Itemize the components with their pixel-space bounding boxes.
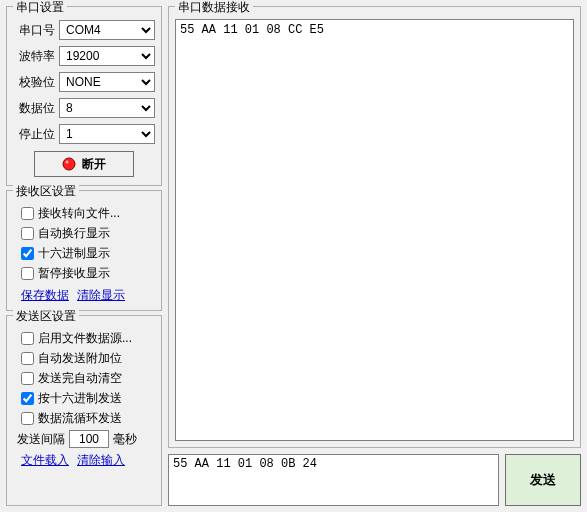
databits-select[interactable]: 8 bbox=[59, 98, 155, 118]
clear-input-link[interactable]: 清除输入 bbox=[77, 452, 125, 469]
file-source-label: 启用文件数据源... bbox=[38, 330, 132, 347]
send-button[interactable]: 发送 bbox=[505, 454, 581, 506]
send-settings-group: 发送区设置 启用文件数据源... 自动发送附加位 发送完自动清空 按十六进制发送… bbox=[6, 315, 162, 506]
auto-append-checkbox[interactable] bbox=[21, 352, 34, 365]
right-panel: 串口数据接收 发送 bbox=[168, 6, 581, 506]
auto-append-row[interactable]: 自动发送附加位 bbox=[21, 348, 155, 368]
baud-label: 波特率 bbox=[13, 48, 55, 65]
send-row: 发送 bbox=[168, 454, 581, 506]
auto-wrap-row[interactable]: 自动换行显示 bbox=[21, 223, 155, 243]
clear-after-label: 发送完自动清空 bbox=[38, 370, 122, 387]
save-data-link[interactable]: 保存数据 bbox=[21, 287, 69, 304]
recv-to-file-label: 接收转向文件... bbox=[38, 205, 120, 222]
interval-input[interactable] bbox=[69, 430, 109, 448]
recv-settings-group: 接收区设置 接收转向文件... 自动换行显示 十六进制显示 暂停接收显示 保存数… bbox=[6, 190, 162, 311]
svg-point-0 bbox=[63, 158, 75, 170]
recv-textarea[interactable] bbox=[175, 19, 574, 441]
led-icon bbox=[62, 157, 76, 171]
port-label: 串口号 bbox=[13, 22, 55, 39]
recv-settings-title: 接收区设置 bbox=[13, 183, 79, 200]
disconnect-button[interactable]: 断开 bbox=[34, 151, 134, 177]
pause-recv-row[interactable]: 暂停接收显示 bbox=[21, 263, 155, 283]
load-file-link[interactable]: 文件载入 bbox=[21, 452, 69, 469]
recv-to-file-row[interactable]: 接收转向文件... bbox=[21, 203, 155, 223]
send-input[interactable] bbox=[168, 454, 499, 506]
hex-send-label: 按十六进制发送 bbox=[38, 390, 122, 407]
file-source-checkbox[interactable] bbox=[21, 332, 34, 345]
auto-wrap-checkbox[interactable] bbox=[21, 227, 34, 240]
hex-display-label: 十六进制显示 bbox=[38, 245, 110, 262]
baud-select[interactable]: 19200 bbox=[59, 46, 155, 66]
databits-label: 数据位 bbox=[13, 100, 55, 117]
app-window: 串口设置 串口号 COM4 波特率 19200 校验位 NONE 数 bbox=[0, 0, 587, 512]
recv-data-group: 串口数据接收 bbox=[168, 6, 581, 448]
interval-suffix: 毫秒 bbox=[113, 431, 137, 448]
disconnect-label: 断开 bbox=[82, 156, 106, 173]
auto-wrap-label: 自动换行显示 bbox=[38, 225, 110, 242]
send-settings-title: 发送区设置 bbox=[13, 308, 79, 325]
loop-send-row[interactable]: 数据流循环发送 bbox=[21, 408, 155, 428]
parity-label: 校验位 bbox=[13, 74, 55, 91]
recv-data-title: 串口数据接收 bbox=[175, 0, 253, 16]
clear-after-row[interactable]: 发送完自动清空 bbox=[21, 368, 155, 388]
loop-send-checkbox[interactable] bbox=[21, 412, 34, 425]
file-source-row[interactable]: 启用文件数据源... bbox=[21, 328, 155, 348]
serial-settings-group: 串口设置 串口号 COM4 波特率 19200 校验位 NONE 数 bbox=[6, 6, 162, 186]
auto-append-label: 自动发送附加位 bbox=[38, 350, 122, 367]
clear-after-checkbox[interactable] bbox=[21, 372, 34, 385]
interval-prefix: 发送间隔 bbox=[17, 431, 65, 448]
hex-send-row[interactable]: 按十六进制发送 bbox=[21, 388, 155, 408]
pause-recv-checkbox[interactable] bbox=[21, 267, 34, 280]
serial-settings-title: 串口设置 bbox=[13, 0, 67, 16]
svg-point-1 bbox=[66, 161, 69, 164]
recv-to-file-checkbox[interactable] bbox=[21, 207, 34, 220]
hex-display-checkbox[interactable] bbox=[21, 247, 34, 260]
clear-display-link[interactable]: 清除显示 bbox=[77, 287, 125, 304]
left-panel: 串口设置 串口号 COM4 波特率 19200 校验位 NONE 数 bbox=[6, 6, 162, 506]
parity-select[interactable]: NONE bbox=[59, 72, 155, 92]
stopbits-label: 停止位 bbox=[13, 126, 55, 143]
stopbits-select[interactable]: 1 bbox=[59, 124, 155, 144]
pause-recv-label: 暂停接收显示 bbox=[38, 265, 110, 282]
loop-send-label: 数据流循环发送 bbox=[38, 410, 122, 427]
port-select[interactable]: COM4 bbox=[59, 20, 155, 40]
hex-display-row[interactable]: 十六进制显示 bbox=[21, 243, 155, 263]
hex-send-checkbox[interactable] bbox=[21, 392, 34, 405]
